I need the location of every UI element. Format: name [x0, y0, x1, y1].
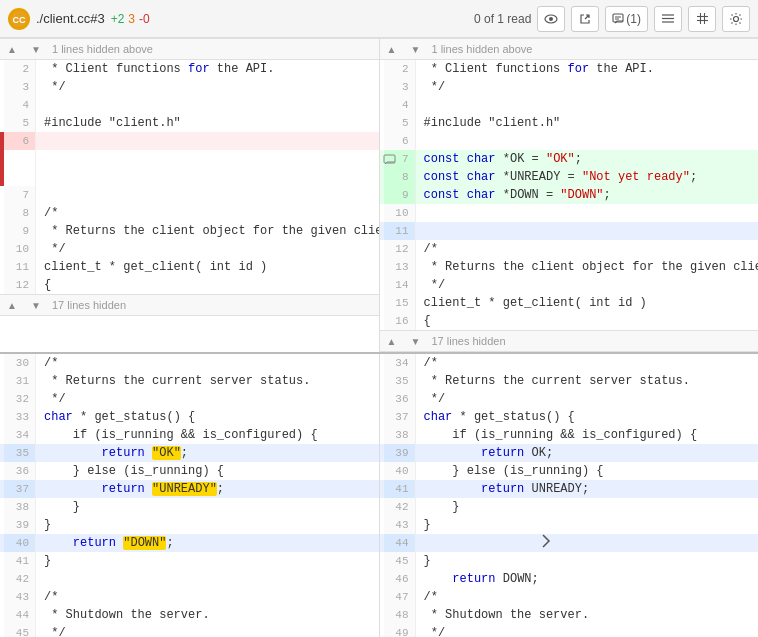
- lines-button[interactable]: [654, 6, 682, 32]
- change-stats: +2 3 -0: [111, 12, 150, 26]
- right-b-line-44: 44 return DOWN;: [380, 534, 759, 552]
- right-b-line-45: 45 }: [380, 552, 759, 570]
- right-b-line-36: 36 */: [380, 390, 759, 408]
- left-b-line-38: 38 }: [0, 498, 379, 516]
- left-line-4: 4: [0, 96, 379, 114]
- left-b-line-36: 36 } else (is_running) {: [0, 462, 379, 480]
- file-path: ./client.cc#3: [36, 11, 105, 26]
- comment-button[interactable]: (1): [605, 6, 648, 32]
- left-mid-expand-up[interactable]: ▲: [5, 300, 19, 311]
- right-top-hidden-row: ▲ ▼ 1 lines hidden above: [380, 38, 759, 60]
- right-line-3: 3 */: [380, 78, 759, 96]
- right-line-6: 6: [380, 132, 759, 150]
- diff-container: ▲ ▼ 1 lines hidden above 2 * Client func…: [0, 38, 758, 637]
- right-line-16: 16 {: [380, 312, 759, 330]
- left-b-line-41: 41 }: [0, 552, 379, 570]
- left-b-line-30: 30 /*: [0, 354, 379, 372]
- svg-point-3: [549, 17, 553, 21]
- left-line-10: 10 */: [0, 240, 379, 258]
- right-b-line-42: 42 }: [380, 498, 759, 516]
- right-b-line-34: 34 /*: [380, 354, 759, 372]
- svg-point-14: [734, 16, 739, 21]
- right-line-11: 11: [380, 222, 759, 240]
- left-b-line-32: 32 */: [0, 390, 379, 408]
- left-b-line-31: 31 * Returns the current server status.: [0, 372, 379, 390]
- svg-text:CC: CC: [13, 15, 26, 25]
- left-b-line-42: 42: [0, 570, 379, 588]
- left-top-expand-down[interactable]: ▼: [29, 44, 43, 55]
- right-b-line-43: 43 }: [380, 516, 759, 534]
- header: CC ./client.cc#3 +2 3 -0 0 of 1 read: [0, 0, 758, 38]
- eye-button[interactable]: [537, 6, 565, 32]
- right-mid-expand-down[interactable]: ▼: [409, 336, 423, 347]
- left-top-hidden-label: 1 lines hidden above: [48, 43, 153, 55]
- left-b-line-44: 44 * Shutdown the server.: [0, 606, 379, 624]
- left-b-line-40: 40 return "DOWN";: [0, 534, 379, 552]
- settings-button[interactable]: [722, 6, 750, 32]
- grid-button[interactable]: [688, 6, 716, 32]
- left-line-2: 2 * Client functions for the API.: [0, 60, 379, 78]
- left-marker-blank-2: -: [0, 168, 379, 186]
- right-top-expand-up[interactable]: ▲: [385, 44, 399, 55]
- left-b-line-37: 37 return "UNREADY";: [0, 480, 379, 498]
- read-status: 0 of 1 read: [474, 12, 531, 26]
- right-b-line-38: 38 if (is_running && is_configured) {: [380, 426, 759, 444]
- left-mid-expand-down[interactable]: ▼: [29, 300, 43, 311]
- right-top-hidden-label: 1 lines hidden above: [428, 43, 533, 55]
- removed-count: -0: [139, 12, 150, 26]
- left-line-6: 6: [0, 132, 379, 150]
- left-line-11: 11 client_t * get_client( int id ): [0, 258, 379, 276]
- right-b-line-37: 37 char * get_status() {: [380, 408, 759, 426]
- left-marker-blank-1: -: [0, 150, 379, 168]
- left-b-line-39: 39 }: [0, 516, 379, 534]
- right-line-10: 10: [380, 204, 759, 222]
- right-line-8: 8 const char *UNREADY = "Not yet ready";: [380, 168, 759, 186]
- app-container: CC ./client.cc#3 +2 3 -0 0 of 1 read: [0, 0, 758, 637]
- comment-icon-line7[interactable]: [380, 150, 400, 168]
- right-b-line-49: 49 */: [380, 624, 759, 637]
- left-line-5: 5 #include "client.h": [0, 114, 379, 132]
- left-line-12: 12 {: [0, 276, 379, 294]
- right-line-13: 13 * Returns the client object for the g…: [380, 258, 759, 276]
- changed-count: 3: [128, 12, 135, 26]
- right-b-line-48: 48 * Shutdown the server.: [380, 606, 759, 624]
- left-mid-hidden-label: 17 lines hidden: [48, 299, 126, 311]
- left-mid-hidden-row: ▲ ▼ 17 lines hidden: [0, 294, 379, 316]
- left-top-hidden-row: ▲ ▼ 1 lines hidden above: [0, 38, 379, 60]
- left-line-9: 9 * Returns the client object for the gi…: [0, 222, 379, 240]
- right-b-line-39: 39 return OK;: [380, 444, 759, 462]
- left-b-line-45: 45 */: [0, 624, 379, 637]
- right-line-15: 15 client_t * get_client( int id ): [380, 294, 759, 312]
- right-mid-hidden-label: 17 lines hidden: [428, 335, 506, 347]
- left-line-8: 8 /*: [0, 204, 379, 222]
- right-line-7: 7 const char *OK = "OK";: [380, 150, 759, 168]
- added-count: +2: [111, 12, 125, 26]
- left-b-line-43: 43 /*: [0, 588, 379, 606]
- right-line-14: 14 */: [380, 276, 759, 294]
- right-top-expand-down[interactable]: ▼: [409, 44, 423, 55]
- left-line-3: 3 */: [0, 78, 379, 96]
- right-line-9: 9 const char *DOWN = "DOWN";: [380, 186, 759, 204]
- right-b-line-41: 41 return UNREADY;: [380, 480, 759, 498]
- right-b-line-35: 35 * Returns the current server status.: [380, 372, 759, 390]
- right-mid-expand-up[interactable]: ▲: [385, 336, 399, 347]
- external-link-button[interactable]: [571, 6, 599, 32]
- left-top-expand-up[interactable]: ▲: [5, 44, 19, 55]
- right-line-5: 5 #include "client.h": [380, 114, 759, 132]
- right-line-2: 2 * Client functions for the API.: [380, 60, 759, 78]
- right-line-12: 12 /*: [380, 240, 759, 258]
- app-logo: CC: [8, 8, 30, 30]
- right-b-line-40: 40 } else (is_running) {: [380, 462, 759, 480]
- left-line-7: 7: [0, 186, 379, 204]
- left-b-line-34: 34 if (is_running && is_configured) {: [0, 426, 379, 444]
- right-b-line-47: 47 /*: [380, 588, 759, 606]
- left-b-line-33: 33 char * get_status() {: [0, 408, 379, 426]
- comment-count: (1): [626, 12, 641, 26]
- right-line-4: 4: [380, 96, 759, 114]
- right-b-line-46: 46: [380, 570, 759, 588]
- left-b-line-35: 35 return "OK";: [0, 444, 379, 462]
- right-mid-hidden-row: ▲ ▼ 17 lines hidden: [380, 330, 759, 352]
